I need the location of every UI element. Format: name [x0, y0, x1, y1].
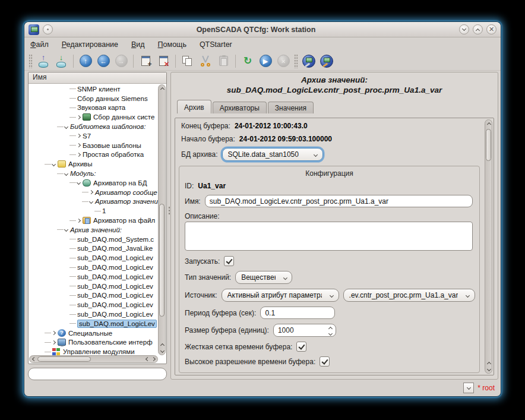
tree-item[interactable]: Модуль: [29, 169, 158, 178]
tree-item[interactable]: sub_DAQ.mod_LogicLev [29, 291, 158, 301]
cut-item-button[interactable] [197, 53, 214, 70]
scroll-left-icon[interactable] [143, 356, 150, 362]
tree-item[interactable]: SNMP клиент [29, 84, 158, 94]
hard-grid-checkbox[interactable] [296, 342, 306, 352]
collapse-icon[interactable] [77, 181, 81, 185]
scroll-up-icon[interactable] [159, 85, 166, 91]
qtcfg-button[interactable] [300, 53, 318, 70]
tree-item[interactable]: sub_DAQ.mod_LogicLev [29, 272, 158, 282]
expand-icon[interactable] [52, 340, 56, 345]
tree-item[interactable]: Базовые шаблоны [29, 141, 158, 150]
buffer-size-spinner[interactable]: 1000 [273, 324, 336, 337]
expand-icon[interactable] [77, 134, 81, 138]
menu-edit[interactable]: Редактирование [62, 40, 118, 49]
scroll-left-icon[interactable] [30, 356, 37, 362]
tree-item[interactable]: Управление модулями [29, 347, 158, 355]
tree-item[interactable]: Архив значений: [29, 225, 158, 235]
expand-icon[interactable] [77, 153, 81, 157]
start-button[interactable]: ▶ [257, 53, 274, 70]
spin-up-icon[interactable] [328, 327, 333, 331]
scroll-right-icon[interactable] [150, 356, 157, 362]
description-textarea[interactable] [185, 222, 473, 251]
menu-view[interactable]: Вид [131, 40, 145, 49]
tree-item[interactable]: Пользовательские интерф [29, 338, 158, 348]
tree-item[interactable]: sub_DAQ.mod_LogicLev [29, 282, 158, 291]
tree-item[interactable]: Архиватор значени [29, 197, 158, 207]
tab-archive[interactable]: Архив [177, 100, 211, 113]
tree-hscroll-thumb[interactable] [37, 356, 91, 362]
tree-item[interactable]: 1 [29, 206, 158, 216]
tree-item[interactable]: Архиватор на БД [29, 178, 158, 188]
expand-icon[interactable] [77, 219, 81, 223]
minimize-button[interactable] [459, 24, 469, 34]
add-item-button[interactable]: + [137, 53, 154, 70]
spin-down-icon[interactable] [328, 331, 333, 336]
scroll-down-icon[interactable] [159, 348, 166, 355]
collapse-icon[interactable] [64, 228, 68, 232]
spinner-buttons[interactable] [329, 326, 332, 335]
tree-item[interactable]: Сбор данных систе [29, 112, 158, 122]
form-vertical-scrollbar[interactable] [485, 119, 492, 374]
source-type-select[interactable]: Активный атрибут параметра [222, 289, 339, 302]
save-to-db-button[interactable]: ↓ [52, 53, 70, 70]
scroll-up-icon[interactable] [485, 120, 492, 127]
tree-item[interactable]: sub_DAQ.mod_System.c [29, 235, 158, 244]
scroll-up-icon[interactable] [485, 359, 492, 366]
tree-item[interactable]: sub_DAQ.mod_LogicLev [29, 263, 158, 272]
tree-vscroll-thumb[interactable] [159, 204, 165, 317]
tree-item[interactable]: Архивы [29, 159, 158, 169]
collapse-icon[interactable] [64, 172, 68, 176]
tree-vertical-scrollbar[interactable] [158, 84, 166, 355]
scroll-down-icon[interactable] [485, 367, 492, 373]
tree-item[interactable]: sub_DAQ.mod_LogicLev [29, 319, 158, 329]
copy-item-button[interactable] [179, 53, 197, 70]
tree-header[interactable]: Имя [29, 72, 166, 84]
form-vscroll-thumb[interactable] [486, 129, 491, 161]
paste-item-button[interactable] [214, 53, 232, 70]
menu-qtstarter[interactable]: QTStarter [200, 40, 232, 49]
tree-item[interactable]: Архиватор сообще [29, 188, 158, 197]
tree-item[interactable]: sub_DAQ.mod_LogicLev [29, 253, 158, 263]
scroll-up-icon[interactable] [159, 341, 166, 348]
value-type-select[interactable]: Веществен. [235, 271, 292, 284]
tree-item[interactable]: Сбор данных Siemens [29, 94, 158, 103]
expand-icon[interactable] [77, 115, 81, 119]
run-checkbox[interactable] [224, 256, 234, 266]
menu-file[interactable]: Файл [30, 40, 49, 49]
tab-archivators[interactable]: Архиваторы [213, 102, 267, 113]
source-select[interactable]: .ev.cntr_post_proc.prm_Ua1.a_var [343, 289, 476, 302]
tree-item[interactable]: Библиотека шаблонов: [29, 122, 158, 131]
stop-button[interactable]: × [274, 53, 292, 70]
up-level-button[interactable]: ↑ [77, 53, 94, 70]
forward-button[interactable]: → [112, 53, 130, 70]
refresh-button[interactable]: ↻ [239, 53, 257, 70]
maximize-button[interactable] [473, 24, 483, 34]
tree-item[interactable]: Архиватор на файл [29, 216, 158, 225]
load-from-db-button[interactable]: ↑ [34, 53, 52, 70]
statusbar-dropdown-button[interactable] [463, 383, 474, 393]
tree-horizontal-scrollbar[interactable] [29, 355, 158, 363]
tab-values[interactable]: Значения [268, 102, 314, 113]
expand-icon[interactable] [77, 143, 81, 147]
close-button[interactable]: ✕ [486, 24, 496, 34]
buffer-period-input[interactable]: 0.1 [260, 307, 335, 319]
high-res-checkbox[interactable] [320, 356, 330, 367]
tree-item[interactable]: Простая обработка [29, 150, 158, 160]
back-button[interactable]: ← [94, 53, 112, 70]
tree-item[interactable]: sub_DAQ.mod_LogicLev [29, 300, 158, 310]
menu-help[interactable]: Помощь [158, 40, 186, 49]
tree-item[interactable]: sub_DAQ.mod_LogicLev [29, 310, 158, 319]
tree-item[interactable]: S7 [29, 131, 158, 141]
titlebar-pin-button[interactable] [43, 24, 53, 34]
tree-item[interactable]: sub_DAQ.mod_JavaLike [29, 244, 158, 254]
toolbar-handle[interactable] [294, 54, 298, 68]
delete-item-button[interactable]: ✕ [154, 53, 172, 70]
name-input[interactable]: sub_DAQ.mod_LogicLev.cntr_post_proc.prm_… [205, 195, 473, 207]
tree-item[interactable]: Звуковая карта [29, 103, 158, 113]
expand-icon[interactable] [52, 331, 56, 335]
vision-button[interactable] [318, 53, 336, 70]
expand-icon[interactable] [89, 190, 93, 194]
tree-item[interactable]: Специальные [29, 329, 158, 338]
tree-search-input[interactable] [28, 368, 167, 380]
archive-db-select[interactable]: SQLite.data_stan1050 [222, 148, 323, 161]
